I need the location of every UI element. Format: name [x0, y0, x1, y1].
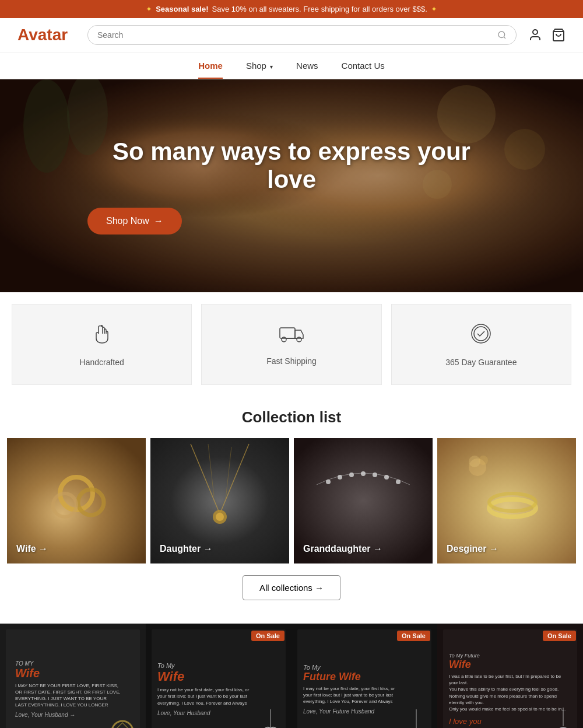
product-2-signature: Love, Your Husband — [157, 710, 210, 716]
product-3-jewelry — [401, 709, 433, 728]
star-left-icon: ✦ — [146, 5, 152, 13]
product-2-name: Wife — [157, 669, 184, 684]
svg-point-30 — [326, 480, 331, 484]
nav-contact[interactable]: Contact Us — [342, 61, 385, 71]
announcement-bar: ✦ Seasonal sale! Save 10% on all sweater… — [0, 0, 583, 18]
announcement-message: Save 10% on all sweaters. Free shipping … — [212, 5, 427, 13]
product-4-name: Wife — [449, 659, 471, 671]
header: Avatar — [0, 18, 583, 52]
product-1-signature: Love, Your Husband → — [15, 712, 75, 718]
collection-granddaughter-label: Granddaughter → — [303, 544, 382, 554]
svg-point-41 — [469, 456, 480, 467]
all-collections-button[interactable]: All collections → — [243, 575, 340, 600]
collection-title: Collection list — [7, 408, 576, 426]
svg-point-0 — [498, 32, 505, 38]
svg-point-26 — [216, 513, 224, 521]
guarantee-label: 365 Day Guarantee — [445, 358, 517, 367]
all-collections-wrap: All collections → — [7, 575, 576, 600]
shop-now-arrow: → — [154, 216, 163, 226]
collection-designer-label: Desginer → — [447, 544, 498, 554]
hand-icon — [90, 322, 114, 351]
svg-point-17 — [474, 327, 488, 341]
product-1-name: Wife — [15, 667, 40, 680]
svg-point-42 — [479, 456, 488, 465]
nav-shop[interactable]: Shop ▾ — [246, 61, 273, 71]
logo[interactable]: Avatar — [17, 26, 76, 44]
product-1-overlay: TO MY Wife I MAY NOT BE YOUR FIRST LOVE,… — [6, 629, 140, 728]
collection-granddaughter[interactable]: Granddaughter → — [294, 438, 433, 564]
product-card-3[interactable]: On Sale To My Future Wife I may not be y… — [292, 624, 437, 728]
nav-news[interactable]: News — [296, 61, 318, 71]
nav: Home Shop ▾ News Contact Us — [0, 52, 583, 79]
account-icon[interactable] — [528, 28, 542, 42]
collection-wife-label: Wife → — [16, 544, 48, 554]
feature-fast-shipping: Fast Shipping — [201, 304, 381, 385]
svg-point-16 — [472, 324, 490, 343]
svg-point-2 — [533, 30, 538, 34]
header-icons — [528, 28, 566, 42]
shop-chevron-icon: ▾ — [270, 64, 273, 70]
nav-home[interactable]: Home — [198, 61, 223, 71]
svg-point-33 — [361, 471, 366, 476]
product-4-signature: I love you — [449, 717, 482, 726]
search-bar — [87, 25, 517, 45]
product-3-body: I may not be your first date, your first… — [303, 685, 395, 705]
products-grid: TO MY Wife I MAY NOT BE YOUR FIRST LOVE,… — [0, 624, 583, 728]
shop-now-label: Shop Now — [106, 216, 149, 226]
product-card-2[interactable]: On Sale To My Wife I may not be your fir… — [146, 624, 292, 728]
collection-daughter-label: Daughter → — [160, 544, 213, 554]
search-icon[interactable] — [497, 30, 507, 40]
shield-check-icon — [469, 322, 493, 351]
product-2-jewelry — [255, 709, 287, 728]
product-2-body: I may not be your first date, your first… — [157, 687, 249, 706]
shop-now-button[interactable]: Shop Now → — [87, 208, 182, 235]
features-section: Handcrafted Fast Shipping 365 Day Guaran… — [7, 304, 576, 385]
collection-daughter[interactable]: Daughter → — [150, 438, 289, 564]
sale-label: Seasonal sale! — [156, 5, 208, 13]
product-1-body: I MAY NOT BE YOUR FIRST LOVE, FIRST KISS… — [15, 682, 121, 709]
svg-point-36 — [396, 480, 401, 484]
hero-title: So many ways to express your love — [87, 138, 496, 194]
feature-guarantee: 365 Day Guarantee — [391, 304, 571, 385]
collection-designer[interactable]: Desginer → — [437, 438, 576, 564]
product-card-1[interactable]: TO MY Wife I MAY NOT BE YOUR FIRST LOVE,… — [0, 624, 146, 728]
collection-section: Collection list Wife → — [0, 397, 583, 624]
collection-wife[interactable]: Wife → — [7, 438, 146, 564]
svg-point-14 — [297, 337, 301, 342]
svg-line-1 — [504, 37, 505, 38]
search-input[interactable] — [97, 30, 493, 40]
product-card-4[interactable]: On Sale To My Future Wife I was a little… — [437, 624, 583, 728]
collection-grid: Wife → Daughte — [7, 438, 576, 564]
truck-icon — [279, 323, 304, 349]
svg-point-32 — [349, 473, 354, 477]
svg-rect-12 — [280, 328, 295, 338]
cart-icon[interactable] — [552, 28, 566, 42]
product-4-to: To My Future — [449, 653, 480, 659]
hero-section: So many ways to express your love Shop N… — [0, 79, 583, 292]
product-1-jewelry — [105, 714, 140, 728]
product-3-signature: Love, Your Future Husband — [303, 708, 374, 715]
svg-point-13 — [282, 337, 286, 342]
product-2-to: To My — [157, 662, 175, 669]
handcrafted-label: Handcrafted — [80, 358, 124, 367]
svg-point-34 — [373, 473, 377, 477]
fast-shipping-label: Fast Shipping — [266, 356, 317, 366]
product-3-name: Future Wife — [303, 671, 361, 683]
product-1-to: TO MY — [15, 660, 33, 667]
star-right-icon: ✦ — [431, 5, 437, 13]
all-collections-label: All collections → — [259, 583, 324, 593]
svg-point-31 — [338, 475, 342, 480]
hero-content: So many ways to express your love Shop N… — [87, 138, 496, 235]
product-4-body: I was a little late to be your first, bu… — [449, 673, 571, 712]
product-4-jewelry — [547, 708, 580, 728]
product-3-to: To My — [303, 664, 321, 671]
svg-point-45 — [112, 721, 133, 728]
feature-handcrafted: Handcrafted — [12, 304, 192, 385]
svg-point-35 — [384, 475, 389, 480]
